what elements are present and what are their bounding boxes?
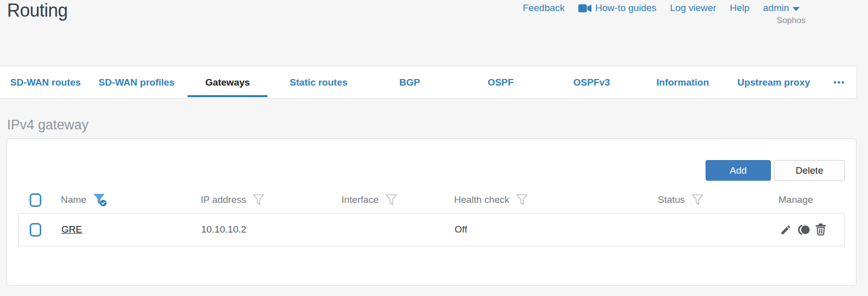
filter-icon[interactable] [252,194,265,206]
health-check-value: Off [455,224,467,235]
tab-sdwan-profiles[interactable]: SD-WAN profiles [91,66,182,98]
tab-ospfv3[interactable]: OSPFv3 [546,66,637,98]
add-button[interactable]: Add [706,160,771,181]
column-header-status: Status [658,194,685,205]
tab-information[interactable]: Information [637,66,728,98]
log-viewer-link[interactable]: Log viewer [670,3,716,14]
filter-icon[interactable] [385,194,397,206]
row-checkbox[interactable] [30,223,41,237]
column-header-interface: Interface [341,194,379,205]
howto-guides-link[interactable]: How-to guides [578,3,656,14]
tab-upstream-proxy[interactable]: Upstream proxy [728,66,819,98]
clone-icon[interactable] [797,224,810,236]
tab-overflow-ellipsis-icon[interactable]: ••• [833,66,845,98]
column-header-health-check: Health check [454,194,509,205]
video-camera-icon [578,4,591,13]
tab-sdwan-routes[interactable]: SD-WAN routes [0,66,91,98]
admin-menu[interactable]: admin [763,3,800,14]
tab-gateways[interactable]: Gateways [182,66,273,98]
routing-page: Routing Feedback How-to guides Log viewe… [0,0,868,296]
chevron-down-icon [793,7,800,11]
table-header-row: Name IP address [18,187,845,213]
filter-icon[interactable] [516,194,528,206]
help-link[interactable]: Help [730,3,749,14]
edit-icon[interactable] [780,224,792,236]
ipv4-gateway-panel: Add Delete Name [7,138,856,286]
filter-active-icon[interactable] [93,193,107,207]
filter-icon[interactable] [691,194,704,206]
tab-bgp[interactable]: BGP [364,66,455,98]
column-header-manage: Manage [778,194,813,205]
gateway-name-link[interactable]: GRE [61,224,82,235]
delete-row-icon[interactable] [815,224,826,236]
page-title: Routing [7,0,68,21]
column-header-ip-address: IP address [201,194,246,205]
feedback-link[interactable]: Feedback [523,3,564,14]
column-header-name: Name [61,194,86,205]
table-row: GRE 10.10.10.2 Off [18,213,845,246]
admin-user-label: admin [763,3,789,14]
tab-bar: SD-WAN routes SD-WAN profiles Gateways S… [0,66,857,99]
ip-address-value: 10.10.10.2 [201,224,246,235]
top-links: Feedback How-to guides Log viewer Help a… [523,3,800,14]
gateway-table: Name IP address [18,187,845,246]
select-all-checkbox[interactable] [30,193,41,207]
section-title: IPv4 gateway [7,117,89,133]
delete-button[interactable]: Delete [774,160,845,181]
tab-static-routes[interactable]: Static routes [273,66,364,98]
brand-label: Sophos [776,16,806,26]
tab-ospf[interactable]: OSPF [455,66,546,98]
